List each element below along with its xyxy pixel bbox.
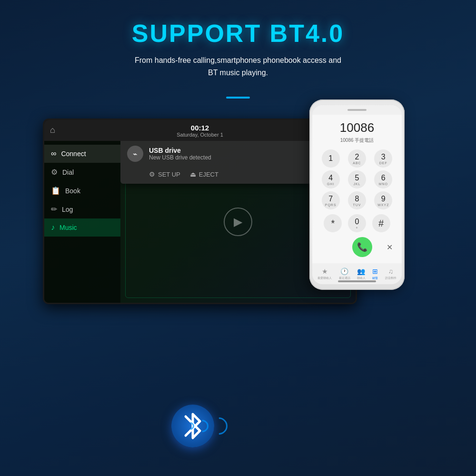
sidebar-item-dial[interactable]: ⚙ Dial	[44, 163, 120, 181]
phone-device: 10086 10086 手提電話 1 2ABC 3DEF 4GHI 5JKL 6…	[290, 90, 433, 337]
sidebar-item-log[interactable]: ✏ Log	[44, 200, 120, 218]
divider	[226, 97, 250, 99]
call-button[interactable]: 📞	[352, 237, 372, 257]
phone-bottom-row: * 0+ #	[312, 211, 402, 235]
sidebar-item-book-label: Book	[65, 187, 80, 195]
play-button[interactable]: ▶	[224, 208, 252, 236]
key-0[interactable]: 0+	[348, 214, 366, 232]
date-display: Saturday, October 1	[177, 132, 223, 138]
device-area: NaviFly® ⌂ 00:12 Saturday, October 1 👤 ↩…	[43, 109, 433, 314]
key-star[interactable]: *	[324, 214, 342, 232]
sidebar-item-connect[interactable]: ∞ Connect	[44, 145, 120, 163]
wave-1	[185, 421, 196, 432]
key-7[interactable]: 7PQRS	[322, 191, 340, 209]
phone-body: 10086 10086 手提電話 1 2ABC 3DEF 4GHI 5JKL 6…	[309, 99, 405, 290]
sidebar: ∞ Connect ⚙ Dial 📋 Book ✏ Log ♪ Music	[44, 141, 120, 303]
nav-tab-keypad[interactable]: ⊞ 鍵盤	[372, 268, 378, 280]
eject-button[interactable]: ⏏ EJECT	[190, 170, 218, 178]
phone-backspace[interactable]	[322, 239, 338, 255]
page-title: SUPPORT BT4.0	[10, 19, 466, 48]
connect-icon: ∞	[51, 149, 56, 158]
eject-icon: ⏏	[190, 170, 196, 178]
phone-speaker	[347, 109, 367, 111]
close-button[interactable]: ✕	[387, 243, 393, 252]
key-hash[interactable]: #	[372, 214, 390, 232]
usb-icon: ⌁	[127, 146, 143, 162]
key-3[interactable]: 3DEF	[374, 149, 392, 168]
wave-3	[207, 414, 231, 438]
nav-tab-favorites[interactable]: ★ 最愛聯絡人	[317, 268, 332, 280]
sidebar-item-music[interactable]: ♪ Music	[44, 218, 120, 237]
key-1[interactable]: 1	[322, 149, 340, 168]
time-display: 00:12	[177, 124, 223, 132]
phone-screen: 10086 10086 手提電話 1 2ABC 3DEF 4GHI 5JKL 6…	[312, 105, 402, 284]
music-icon: ♪	[51, 223, 55, 232]
dialed-number: 10086	[312, 115, 402, 137]
key-5[interactable]: 5JKL	[348, 170, 366, 188]
setup-icon: ⚙	[149, 170, 155, 178]
sidebar-item-connect-label: Connect	[61, 150, 86, 158]
sidebar-item-dial-label: Dial	[62, 169, 74, 176]
setup-label: SET UP	[158, 171, 180, 178]
bluetooth-waves	[187, 417, 228, 435]
sidebar-item-book[interactable]: 📋 Book	[44, 181, 120, 200]
setup-button[interactable]: ⚙ SET UP	[149, 170, 180, 178]
home-icon[interactable]: ⌂	[50, 125, 63, 136]
nav-tab-contacts[interactable]: 👥 聯絡人	[357, 268, 366, 280]
dial-icon: ⚙	[51, 168, 58, 177]
datetime-block: 00:12 Saturday, October 1	[177, 124, 223, 138]
bluetooth-area	[171, 405, 214, 447]
header-subtitle: From hands-free calling,smartphones phon…	[10, 54, 466, 79]
key-6[interactable]: 6MNO	[374, 170, 392, 188]
sidebar-item-music-label: Music	[60, 224, 77, 231]
nav-tab-voicemail[interactable]: ♫ 語音郵件	[385, 268, 397, 280]
eject-label: EJECT	[199, 171, 218, 178]
sidebar-item-log-label: Log	[62, 206, 73, 213]
phone-nav-bar: ★ 最愛聯絡人 🕐 最近通話 👥 聯絡人 ⊞ 鍵盤	[312, 263, 402, 284]
phone-status-bar	[312, 105, 402, 115]
key-9[interactable]: 9WXYZ	[374, 191, 392, 209]
key-4[interactable]: 4GHI	[322, 170, 340, 188]
key-8[interactable]: 8TUV	[348, 191, 366, 209]
phone-call-subtitle: 10086 手提電話	[312, 137, 402, 144]
header-section: SUPPORT BT4.0 From hands-free calling,sm…	[0, 0, 476, 88]
book-icon: 📋	[51, 186, 60, 195]
nav-tab-recent[interactable]: 🕐 最近通話	[339, 268, 350, 280]
home-indicator	[338, 280, 376, 282]
phone-keypad: 1 2ABC 3DEF 4GHI 5JKL 6MNO 7PQRS 8TUV 9W…	[312, 148, 402, 211]
wave-2	[194, 417, 211, 435]
log-icon: ✏	[51, 205, 57, 214]
key-2[interactable]: 2ABC	[348, 149, 366, 168]
